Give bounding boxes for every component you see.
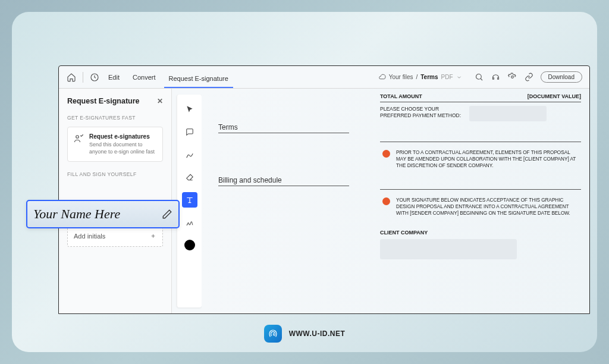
section-rule (218, 133, 349, 133)
term-block-2: YOUR SIGNATURE BELOW INDICATES ACCEPTANC… (380, 189, 581, 221)
chevron-down-icon[interactable] (456, 74, 462, 80)
client-company-field[interactable] (380, 239, 517, 259)
doc-left-column: Terms Billing and schedule (218, 123, 349, 186)
request-esignatures-card[interactable]: Request e-signatures Send this document … (67, 127, 163, 162)
term-block-1: PRIOR TO A CONTRACTUAL AGREEMENT, ELEMEN… (380, 142, 581, 174)
breadcrumb-root: Your files (389, 74, 413, 80)
pencil-icon[interactable] (162, 209, 172, 219)
history-icon[interactable] (89, 72, 100, 83)
topbar: Edit Convert Request E-signature Your fi… (59, 66, 589, 89)
cursor-tool[interactable] (182, 102, 197, 117)
section-terms-heading: Terms (218, 123, 349, 131)
text-tool[interactable] (182, 192, 197, 208)
cloud-icon (378, 73, 386, 81)
signature-placeholder-text: Your Name Here (33, 206, 120, 222)
plus-icon: ＋ (150, 231, 156, 240)
draw-tool[interactable] (182, 147, 197, 162)
term-text-2: YOUR SIGNATURE BELOW INDICATES ACCEPTANC… (396, 197, 579, 216)
breadcrumb-type: PDF (441, 74, 453, 80)
menu-request-esignature[interactable]: Request E-signature (164, 73, 233, 88)
total-amount-value: [DOCUMENT VALUE] (528, 93, 581, 99)
tool-strip (177, 95, 202, 307)
add-initials-label: Add initials (74, 233, 105, 240)
menu-edit[interactable]: Edit (103, 71, 124, 83)
svg-point-1 (476, 74, 482, 80)
panel-title-row: Request E-signature ✕ (67, 97, 163, 105)
footer: WWW.U-ID.NET (12, 325, 597, 343)
panel-title: Request E-signature (67, 97, 140, 105)
payment-row: PLEASE CHOOSE YOUR PREFERRED PAYMENT MET… (380, 102, 581, 124)
link-icon[interactable] (524, 72, 535, 83)
payment-label: PLEASE CHOOSE YOUR PREFERRED PAYMENT MET… (380, 106, 469, 121)
total-amount-label: TOTAL AMOUNT (380, 93, 528, 99)
settings-icon[interactable] (507, 72, 518, 83)
close-panel-button[interactable]: ✕ (157, 97, 163, 105)
color-picker[interactable] (184, 240, 195, 250)
client-company-label: CLIENT COMPANY (380, 230, 581, 236)
breadcrumb[interactable]: Your files / Terms PDF (378, 73, 462, 81)
fingerprint-badge-icon (264, 325, 282, 343)
section-self-label: FILL AND SIGN YOURSELF (67, 171, 163, 177)
card-title: Request e-signatures (89, 133, 156, 140)
eraser-tool[interactable] (182, 170, 197, 185)
home-icon[interactable] (66, 72, 77, 83)
breadcrumb-current: Terms (420, 74, 438, 80)
comment-tool[interactable] (182, 124, 197, 140)
search-icon[interactable] (474, 72, 485, 83)
bullet-dot-icon (382, 150, 390, 158)
svg-point-3 (76, 136, 79, 139)
signature-input-box[interactable]: Your Name Here (26, 200, 180, 228)
section-billing-heading: Billing and schedule (218, 176, 349, 184)
svg-point-2 (511, 76, 514, 79)
term-text-1: PRIOR TO A CONTRACTUAL AGREEMENT, ELEMEN… (396, 149, 579, 169)
bullet-dot-icon (382, 197, 390, 205)
promo-card: Edit Convert Request E-signature Your fi… (12, 12, 597, 352)
topbar-right-icons: Download (474, 71, 582, 83)
footer-site: WWW.U-ID.NET (289, 330, 346, 338)
doc-right-column: TOTAL AMOUNT [DOCUMENT VALUE] PLEASE CHO… (380, 91, 581, 259)
people-sign-icon (74, 133, 84, 144)
menu-convert[interactable]: Convert (128, 71, 161, 83)
document-viewport[interactable]: Terms Billing and schedule TOTAL AMOUNT … (202, 89, 589, 313)
headphones-icon[interactable] (491, 72, 501, 83)
breadcrumb-sep: / (416, 74, 417, 80)
download-button[interactable]: Download (541, 71, 582, 83)
total-amount-row: TOTAL AMOUNT [DOCUMENT VALUE] (380, 91, 581, 102)
card-desc: Send this document to anyone to e-sign o… (89, 142, 156, 155)
section-rule (218, 186, 349, 186)
section-fast-label: GET E-SIGNATURES FAST (67, 115, 163, 121)
payment-field[interactable] (469, 106, 547, 121)
divider (83, 72, 83, 83)
app-window: Edit Convert Request E-signature Your fi… (58, 65, 590, 314)
signature-tool[interactable] (182, 215, 197, 230)
